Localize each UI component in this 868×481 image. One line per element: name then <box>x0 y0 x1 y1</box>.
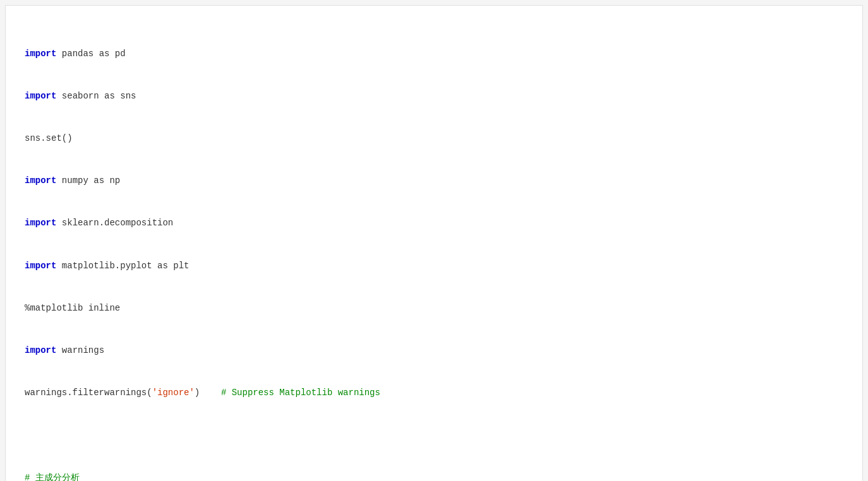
code-line-5: import sklearn.decomposition <box>25 216 843 230</box>
code-line-1: import pandas as pd <box>25 47 843 61</box>
code-line-10: # 主成分分析 <box>25 471 843 482</box>
keyword-import-2: import <box>25 91 56 101</box>
code-line-8: import warnings <box>25 343 843 357</box>
keyword-import: import <box>25 49 56 59</box>
keyword-import-4: import <box>25 218 56 228</box>
string-ignore: 'ignore' <box>152 388 195 398</box>
code-line-6: import matplotlib.pyplot as plt <box>25 259 843 273</box>
comment-suppress: # Suppress Matplotlib warnings <box>221 388 380 398</box>
keyword-as: as <box>99 49 110 59</box>
code-line-9: warnings.filterwarnings('ignore') # Supp… <box>25 386 843 400</box>
code-editor: import pandas as pd import seaborn as sn… <box>5 5 863 481</box>
code-line-4: import numpy as np <box>25 174 843 187</box>
keyword-as-2: as <box>104 91 115 101</box>
keyword-import-3: import <box>25 175 56 186</box>
keyword-as-4: as <box>157 261 168 271</box>
code-line-3: sns.set() <box>25 131 843 145</box>
code-line-7: %matplotlib inline <box>25 301 843 315</box>
code-line-2: import seaborn as sns <box>25 89 843 103</box>
keyword-import-6: import <box>25 345 56 355</box>
keyword-as-3: as <box>93 175 104 186</box>
comment-pca-title: # 主成分分析 <box>25 473 80 482</box>
code-line-blank-1 <box>25 428 843 442</box>
keyword-import-5: import <box>25 261 56 271</box>
